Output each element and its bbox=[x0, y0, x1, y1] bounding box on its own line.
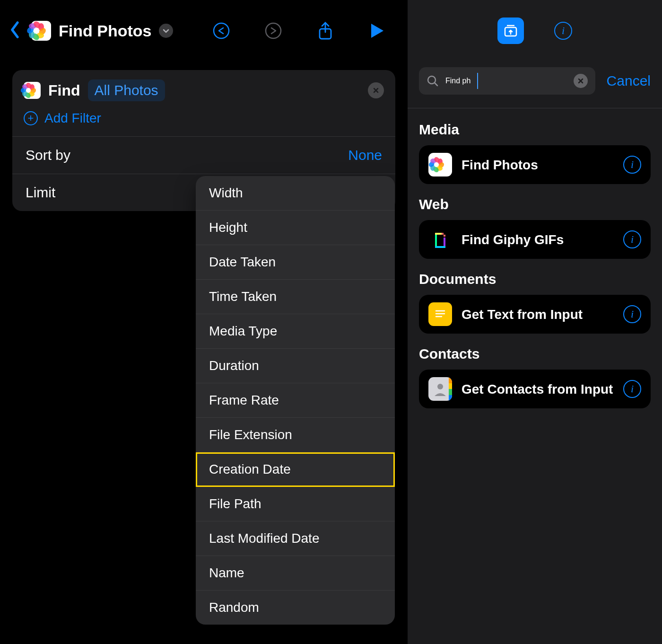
sort-by-row[interactable]: Sort by None bbox=[12, 137, 395, 174]
action-verb: Find bbox=[48, 82, 80, 99]
undo-button[interactable] bbox=[212, 21, 231, 40]
section-header-web: Web bbox=[419, 196, 651, 212]
svg-rect-10 bbox=[442, 233, 444, 235]
sort-option-file-path[interactable]: File Path bbox=[196, 487, 395, 521]
svg-rect-8 bbox=[435, 246, 445, 248]
redo-button[interactable] bbox=[264, 21, 283, 40]
sort-by-dropdown[interactable]: WidthHeightDate TakenTime TakenMedia Typ… bbox=[196, 176, 395, 625]
svg-rect-11 bbox=[444, 235, 445, 237]
action-find-photos[interactable]: Find Photosi bbox=[419, 145, 651, 184]
photos-app-icon bbox=[31, 21, 51, 41]
photos-icon bbox=[428, 153, 452, 176]
actions-library-pane: i Find ph Cancel MediaFind PhotosiWebFin… bbox=[408, 0, 662, 644]
add-filter-button[interactable]: + Add Filter bbox=[12, 111, 395, 136]
svg-rect-9 bbox=[435, 233, 442, 235]
search-results: MediaFind PhotosiWebFind Giphy GIFsiDocu… bbox=[408, 108, 662, 423]
sort-option-file-extension[interactable]: File Extension bbox=[196, 418, 395, 452]
share-button[interactable] bbox=[316, 21, 335, 40]
plus-circle-icon: + bbox=[24, 111, 38, 125]
action-label: Find Giphy GIFs bbox=[462, 231, 614, 248]
library-top-bar: i bbox=[408, 0, 662, 62]
photos-scope-pill[interactable]: All Photos bbox=[88, 79, 165, 101]
sort-option-creation-date[interactable]: Creation Date bbox=[196, 452, 395, 487]
sort-option-frame-rate[interactable]: Frame Rate bbox=[196, 383, 395, 418]
clear-search-button[interactable] bbox=[574, 74, 588, 88]
editor-top-bar: Find Photos bbox=[0, 0, 408, 62]
title-chevron-button[interactable] bbox=[159, 24, 173, 38]
search-text: Find ph bbox=[445, 77, 470, 85]
sort-option-date-taken[interactable]: Date Taken bbox=[196, 245, 395, 280]
svg-point-1 bbox=[266, 23, 281, 38]
action-label: Get Text from Input bbox=[462, 306, 614, 323]
search-input[interactable]: Find ph bbox=[419, 67, 595, 95]
sort-option-width[interactable]: Width bbox=[196, 176, 395, 211]
photos-app-icon bbox=[24, 82, 41, 99]
sort-option-media-type[interactable]: Media Type bbox=[196, 314, 395, 349]
sort-option-random[interactable]: Random bbox=[196, 591, 395, 625]
run-button[interactable] bbox=[368, 21, 387, 40]
action-info-button[interactable]: i bbox=[623, 156, 641, 174]
section-header-documents: Documents bbox=[419, 271, 651, 287]
section-header-contacts: Contacts bbox=[419, 346, 651, 362]
contacts-icon bbox=[428, 377, 452, 401]
section-header-media: Media bbox=[419, 122, 651, 138]
add-filter-label: Add Filter bbox=[44, 111, 101, 126]
sort-option-last-modified-date[interactable]: Last Modified Date bbox=[196, 521, 395, 556]
back-button[interactable] bbox=[9, 21, 21, 41]
text-icon bbox=[428, 302, 452, 326]
info-icon: i bbox=[554, 22, 572, 40]
shortcut-title[interactable]: Find Photos bbox=[59, 22, 151, 40]
action-label: Get Contacts from Input bbox=[462, 381, 614, 397]
action-info-button[interactable]: i bbox=[623, 380, 641, 398]
action-get-contacts-from-input[interactable]: Get Contacts from Inputi bbox=[419, 370, 651, 408]
action-label: Find Photos bbox=[462, 157, 614, 173]
sort-option-name[interactable]: Name bbox=[196, 556, 395, 591]
sort-option-time-taken[interactable]: Time Taken bbox=[196, 280, 395, 314]
sort-by-label: Sort by bbox=[26, 147, 70, 163]
sort-option-duration[interactable]: Duration bbox=[196, 349, 395, 383]
action-get-text-from-input[interactable]: Get Text from Inputi bbox=[419, 295, 651, 334]
gallery-tab-button[interactable] bbox=[497, 18, 524, 44]
search-icon bbox=[427, 75, 439, 87]
clear-action-button[interactable] bbox=[368, 82, 384, 98]
limit-label: Limit bbox=[26, 185, 55, 201]
svg-point-0 bbox=[214, 23, 229, 38]
shortcut-editor-pane: Find Photos bbox=[0, 0, 408, 644]
svg-rect-6 bbox=[435, 235, 437, 246]
text-cursor bbox=[477, 73, 478, 89]
action-find-giphy-gifs[interactable]: Find Giphy GIFsi bbox=[419, 220, 651, 259]
info-tab-button[interactable]: i bbox=[554, 22, 572, 40]
svg-rect-7 bbox=[444, 238, 445, 246]
sort-by-value[interactable]: None bbox=[348, 147, 382, 163]
action-info-button[interactable]: i bbox=[623, 230, 641, 248]
cancel-button[interactable]: Cancel bbox=[607, 73, 651, 89]
giphy-icon bbox=[428, 228, 452, 251]
sort-option-height[interactable]: Height bbox=[196, 211, 395, 245]
action-info-button[interactable]: i bbox=[623, 305, 641, 323]
svg-point-12 bbox=[437, 384, 443, 389]
